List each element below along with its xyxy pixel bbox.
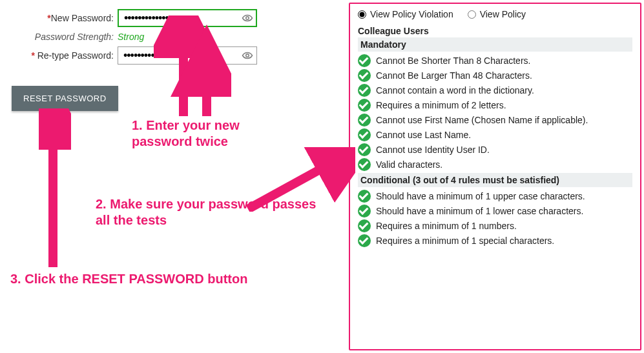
check-icon <box>358 190 371 203</box>
retype-password-label: * Re-type Password: <box>12 50 118 61</box>
check-icon <box>358 84 371 97</box>
policy-rule-text: Should have a minimum of 1 lower case ch… <box>376 205 583 217</box>
check-icon <box>358 234 371 247</box>
policy-rule-text: Cannot Be Shorter Than 8 Characters. <box>376 54 530 66</box>
policy-rule: Cannot use Identity User ID. <box>358 143 632 156</box>
policy-rule: Requires a minimum of 1 special characte… <box>358 234 632 247</box>
arrow-step1-icon <box>154 15 231 119</box>
policy-rule: Requires a minimum of 1 numbers. <box>358 219 632 232</box>
policy-rule-text: Cannot Be Larger Than 48 Characters. <box>376 69 532 81</box>
policy-rule: Cannot use First Name (Chosen Name if ap… <box>358 114 632 126</box>
policy-rule: Cannot Be Larger Than 48 Characters. <box>358 69 632 82</box>
check-icon <box>358 54 371 67</box>
policy-rule: Cannot Be Shorter Than 8 Characters. <box>358 54 632 67</box>
policy-rule-text: Should have a minimum of 1 upper case ch… <box>376 190 585 202</box>
policy-rule-text: Requires a minimum of 1 numbers. <box>376 219 517 232</box>
check-icon <box>358 128 371 141</box>
arrow-step3-icon <box>39 108 71 270</box>
strength-value: Strong <box>118 32 144 42</box>
check-icon <box>358 219 371 232</box>
radio-view-policy[interactable]: View Policy <box>468 9 526 19</box>
policy-rule: Cannot contain a word in the dictionary. <box>358 84 632 97</box>
radio-view-policy-label: View Policy <box>480 9 526 19</box>
check-icon <box>358 114 371 126</box>
policy-rule-text: Cannot use Last Name. <box>376 128 471 141</box>
check-icon <box>358 205 371 217</box>
policy-rule-text: Valid characters. <box>376 158 442 170</box>
radio-view-violation-label: View Policy Violation <box>370 9 453 19</box>
annotation-step2: 2. Make sure your password passes all th… <box>96 196 328 228</box>
colleague-users-title: Colleague Users <box>358 26 632 36</box>
strength-label: Password Strength: <box>12 32 118 42</box>
check-icon <box>358 99 371 112</box>
policy-rule: Should have a minimum of 1 upper case ch… <box>358 190 632 203</box>
policy-rule: Cannot use Last Name. <box>358 128 632 141</box>
policy-rule: Valid characters. <box>358 158 632 171</box>
eye-icon[interactable] <box>242 50 253 61</box>
annotation-step1: 1. Enter your new password twice <box>132 117 293 150</box>
new-password-label: *New Password: <box>12 13 118 23</box>
check-icon <box>358 69 371 82</box>
radio-view-policy-input[interactable] <box>468 10 476 19</box>
policy-rule-text: Cannot contain a word in the dictionary. <box>376 84 534 96</box>
radio-view-violation-input[interactable] <box>358 10 366 19</box>
policy-panel: View Policy Violation View Policy Collea… <box>349 3 641 350</box>
policy-rule-text: Requires a minimum of 2 letters. <box>376 99 506 111</box>
policy-rule: Requires a minimum of 2 letters. <box>358 99 632 112</box>
retype-password-input[interactable] <box>118 46 257 65</box>
policy-rule-text: Cannot use Identity User ID. <box>376 143 490 156</box>
check-icon <box>358 158 371 171</box>
policy-rule-text: Cannot use First Name (Chosen Name if ap… <box>376 114 588 126</box>
svg-point-0 <box>246 17 249 20</box>
arrow-step2-icon <box>245 147 355 212</box>
check-icon <box>358 143 371 156</box>
policy-rule: Should have a minimum of 1 lower case ch… <box>358 205 632 217</box>
policy-rule-text: Requires a minimum of 1 special characte… <box>376 234 554 247</box>
eye-icon[interactable] <box>242 12 253 24</box>
conditional-title: Conditional (3 out of 4 rules must be sa… <box>358 173 632 187</box>
annotation-step3: 3. Click the RESET PASSWORD button <box>10 271 269 287</box>
radio-view-violation[interactable]: View Policy Violation <box>358 9 453 19</box>
reset-password-button[interactable]: RESET PASSWORD <box>12 86 118 111</box>
mandatory-title: Mandatory <box>358 37 632 52</box>
new-password-input[interactable] <box>118 9 257 27</box>
svg-point-1 <box>246 54 249 57</box>
